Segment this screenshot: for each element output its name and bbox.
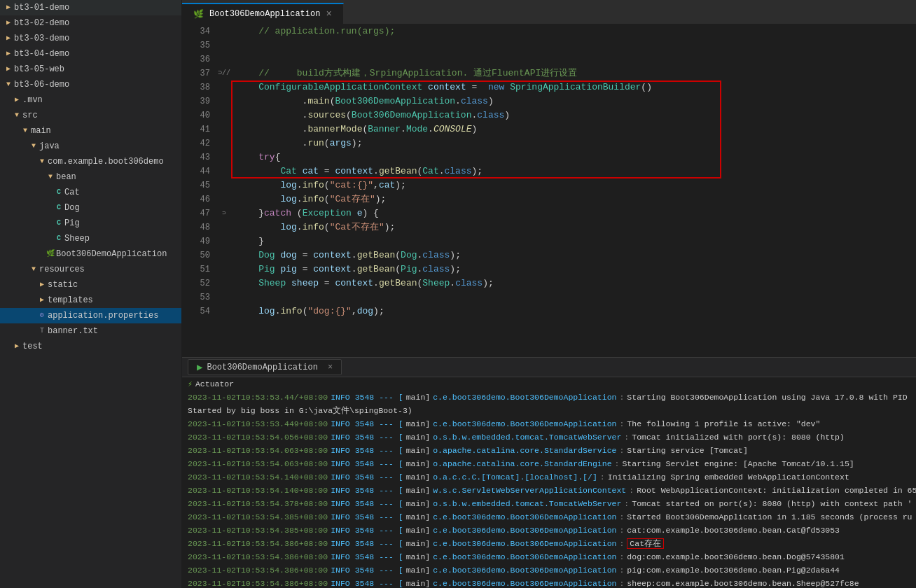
folder-icon: ▼	[28, 264, 39, 275]
sidebar-item-sheep[interactable]: C Sheep	[0, 231, 181, 246]
sidebar-item-pig[interactable]: C Pig	[0, 216, 181, 231]
log-message: cat:com.example.boot306demo.bean.Cat@fd5…	[627, 524, 840, 537]
code-line-47: 47 ⊃ }catch (Exception e) {	[182, 206, 916, 220]
console-log-10: 2023-11-02T10:53:54.385+08:00 INFO 3548 …	[182, 510, 916, 524]
java-file-icon: C	[53, 187, 64, 198]
log-sep: :	[615, 457, 620, 470]
line-content: // application.run(args);	[231, 24, 916, 38]
tab-close-button[interactable]: ×	[326, 9, 331, 19]
code-line-54: 54 log.info("dog:{}",dog);	[182, 304, 916, 318]
line-gutter	[217, 150, 231, 164]
sidebar-item-static[interactable]: ▶ static	[0, 277, 181, 293]
sidebar-label: Cat	[64, 186, 80, 200]
line-number: 50	[182, 248, 217, 262]
sidebar-item-main[interactable]: ▼ main	[0, 123, 181, 139]
folder-icon: ▼	[3, 79, 14, 90]
log-message: sheep:com.example.boot306demo.bean.Sheep…	[627, 577, 859, 588]
actuator-label: Actuator	[195, 377, 234, 391]
log-sep: :	[624, 497, 629, 510]
sidebar-item-bt3-06-demo[interactable]: ▼ bt3-06-demo	[0, 77, 181, 92]
sidebar-item-mvn[interactable]: ▶ .mvn	[0, 92, 181, 108]
line-gutter	[217, 108, 231, 122]
line-number: 45	[182, 178, 217, 192]
console-tab[interactable]: ▶ Boot306DemoApplication ×	[188, 359, 342, 375]
line-content: log.info("Cat存在");	[231, 192, 916, 206]
log-sep: :	[619, 537, 624, 550]
line-content: .bannerMode(Banner.Mode.CONSOLE)	[231, 122, 916, 136]
line-number: 46	[182, 192, 217, 206]
line-number: 34	[182, 24, 217, 38]
log-timestamp: 2023-11-02T10:53:54.063+08:00	[188, 457, 328, 470]
line-gutter	[217, 192, 231, 206]
sidebar-item-src[interactable]: ▼ src	[0, 108, 181, 123]
folder-icon: ▼	[20, 125, 31, 136]
sidebar-item-bt3-04-demo[interactable]: ▶ bt3-04-demo	[0, 46, 181, 62]
log-level: INFO 3548 --- [	[331, 510, 403, 524]
actuator-icon: ⚡	[188, 377, 193, 391]
console-log-2: Started by big boss in G:\java文件\spingBo…	[182, 404, 916, 417]
line-content: }catch (Exception e) {	[231, 206, 916, 220]
code-line-35: 35	[182, 38, 916, 52]
sidebar-item-java[interactable]: ▼ java	[0, 139, 181, 154]
code-line-43: 43 try{	[182, 150, 916, 164]
line-gutter	[217, 80, 231, 94]
code-line-48: 48 log.info("Cat不存在");	[182, 220, 916, 234]
sidebar-item-bt3-03-demo[interactable]: ▶ bt3-03-demo	[0, 31, 181, 46]
txt-icon: T	[36, 326, 48, 337]
line-number: 47	[182, 206, 217, 220]
code-line-50: 50 Dog dog = context.getBean(Dog.class);	[182, 248, 916, 262]
code-line-46: 46 log.info("Cat存在");	[182, 192, 916, 206]
editor-tab-active[interactable]: 🌿 Boot306DemoApplication ×	[182, 3, 344, 24]
line-gutter	[217, 290, 231, 304]
log-level: INFO 3548 --- [	[331, 550, 403, 564]
sidebar-item-dog[interactable]: C Dog	[0, 200, 181, 216]
sidebar-label: com.example.boot306demo	[48, 155, 164, 169]
log-thread: main]	[406, 550, 431, 564]
sidebar-item-package[interactable]: ▼ com.example.boot306demo	[0, 154, 181, 169]
log-class: o.a.c.c.C.[Tomcat].[localhost].[/]	[433, 470, 597, 484]
log-level: INFO 3548 --- [	[331, 444, 403, 457]
log-class: c.e.boot306demo.Boot306DemoApplication	[433, 417, 616, 430]
folder-icon: ▶	[3, 18, 14, 29]
log-class: o.s.b.w.embedded.tomcat.TomcatWebServer	[433, 497, 621, 510]
folder-icon: ▶	[3, 33, 14, 44]
sidebar-item-bt3-02-demo[interactable]: ▶ bt3-02-demo	[0, 15, 181, 31]
line-number: 39	[182, 94, 217, 108]
sidebar-item-test[interactable]: ▶ test	[0, 339, 181, 354]
line-content	[231, 290, 916, 304]
log-message: Initializing Spring embedded WebApplicat…	[608, 470, 849, 484]
folder-icon: ▶	[36, 279, 48, 290]
sidebar-item-bt3-05-web[interactable]: ▶ bt3-05-web	[0, 62, 181, 77]
console-area[interactable]: ⚡ Actuator 2023-11-02T10:53:53.44/+08:00…	[182, 377, 916, 588]
console-log-11: 2023-11-02T10:53:54.385+08:00 INFO 3548 …	[182, 524, 916, 537]
line-gutter: ⊃	[217, 206, 231, 220]
code-line-38: 38 ConfigurableApplicationContext contex…	[182, 80, 916, 94]
line-content: ConfigurableApplicationContext context =…	[231, 80, 916, 94]
log-timestamp: 2023-11-02T10:53:54.386+08:00	[188, 577, 328, 588]
line-content: Dog dog = context.getBean(Dog.class);	[231, 248, 916, 262]
sidebar-item-banner[interactable]: T banner.txt	[0, 323, 181, 339]
sidebar-item-cat[interactable]: C Cat	[0, 185, 181, 200]
log-thread: main]	[406, 417, 431, 430]
log-sep: :	[619, 391, 624, 404]
sidebar-item-application-properties[interactable]: ⚙ application.properties	[0, 308, 181, 323]
line-content	[231, 52, 916, 66]
log-message: Starting Servlet engine: [Apache Tomcat/…	[622, 457, 854, 470]
sidebar-item-resources[interactable]: ▼ resources	[0, 262, 181, 277]
main-area: ▶ bt3-01-demo ▶ bt3-02-demo ▶ bt3-03-dem…	[0, 0, 916, 588]
line-gutter	[217, 178, 231, 192]
code-view[interactable]: 34 // application.run(args); 35 36	[182, 24, 916, 318]
log-level: INFO 3548 --- [	[331, 417, 403, 430]
sidebar-item-bean[interactable]: ▼ bean	[0, 169, 181, 185]
sidebar-item-bootapp[interactable]: 🌿 Boot306DemoApplication	[0, 246, 181, 262]
sidebar-item-bt3-01-demo[interactable]: ▶ bt3-01-demo	[0, 0, 181, 15]
log-timestamp: 2023-11-02T10:53:54.385+08:00	[188, 510, 328, 524]
sidebar-item-templates[interactable]: ▶ templates	[0, 293, 181, 308]
tab-close-icon[interactable]: ×	[328, 363, 333, 372]
log-sep: :	[619, 550, 624, 564]
folder-icon: ▼	[28, 141, 39, 152]
console-log-7: 2023-11-02T10:53:54.140+08:00 INFO 3548 …	[182, 470, 916, 484]
log-timestamp: 2023-11-02T10:53:53.449+08:00	[188, 417, 328, 430]
folder-icon: ▼	[45, 172, 56, 183]
code-line-41: 41 .bannerMode(Banner.Mode.CONSOLE)	[182, 122, 916, 136]
